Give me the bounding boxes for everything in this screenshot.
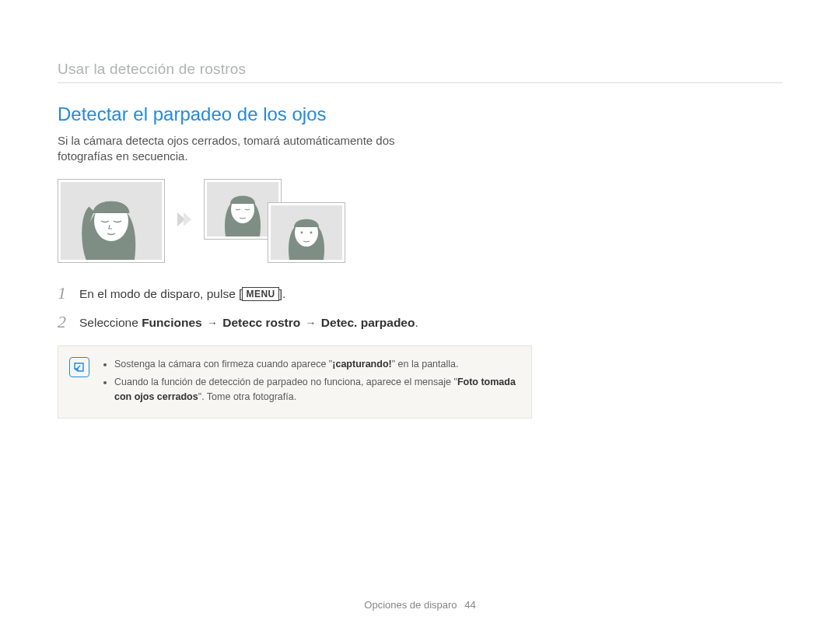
portrait-thumb-2 — [271, 205, 342, 260]
arrow-right-icon: → — [207, 315, 218, 331]
arrow-right-icon — [176, 209, 193, 233]
step-1-text: En el modo de disparo, pulse [MENU]. — [79, 285, 285, 303]
step-number: 1 — [58, 285, 72, 302]
manual-page: Usar la detección de rostros Detectar el… — [0, 0, 840, 634]
photo-frame-small-2 — [268, 202, 345, 263]
breadcrumb: Usar la detección de rostros — [58, 61, 782, 78]
page-footer: Opciones de disparo 44 — [0, 599, 840, 611]
step-1: 1 En el modo de disparo, pulse [MENU]. — [58, 285, 524, 303]
menu-button-label: MENU — [242, 287, 278, 301]
footer-section: Opciones de disparo — [364, 599, 457, 611]
note-icon — [69, 357, 89, 377]
divider — [58, 82, 782, 83]
photo-frame-large — [58, 179, 165, 263]
note-box: Sostenga la cámara con firmeza cuando ap… — [58, 345, 532, 419]
svg-point-7 — [310, 231, 313, 233]
note-item-2: Cuando la función de detección de parpad… — [114, 375, 519, 405]
illustration-row — [58, 179, 782, 263]
step-number: 2 — [58, 313, 72, 331]
arrow-right-icon: → — [306, 315, 317, 331]
page-number: 44 — [464, 599, 475, 611]
step-2-text: Seleccione Funciones → Detecc rostro → D… — [79, 313, 418, 331]
description-text: Si la cámara detecta ojos cerrados, toma… — [58, 133, 423, 165]
svg-point-6 — [301, 231, 303, 233]
steps-list: 1 En el modo de disparo, pulse [MENU]. 2… — [58, 285, 524, 332]
page-title: Detectar el parpadeo de los ojos — [58, 103, 782, 125]
portrait-eyes-closed — [61, 182, 162, 260]
note-item-1: Sostenga la cámara con firmeza cuando ap… — [114, 357, 519, 372]
step-2: 2 Seleccione Funciones → Detecc rostro →… — [58, 313, 524, 331]
